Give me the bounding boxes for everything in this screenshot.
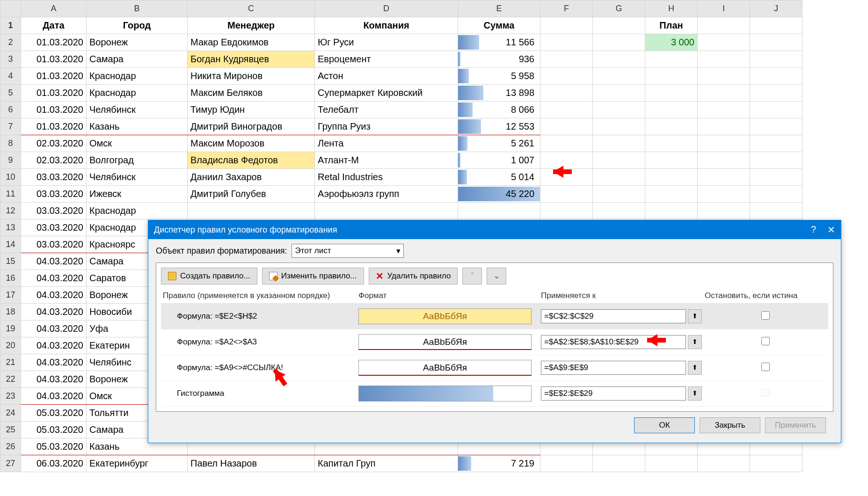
row-hdr-15[interactable]: 15 bbox=[0, 253, 21, 270]
ok-button[interactable]: ОК bbox=[634, 417, 695, 433]
cell-A5[interactable]: 01.03.2020 bbox=[21, 85, 87, 102]
cell-A12[interactable]: 03.03.2020 bbox=[21, 203, 87, 219]
cell-G8[interactable] bbox=[593, 135, 645, 152]
cell-D10[interactable]: Retal Industries bbox=[315, 169, 458, 186]
cell-B1[interactable]: Город bbox=[87, 17, 188, 34]
rule-row-3[interactable]: Гистограмма ⬆ bbox=[161, 381, 828, 407]
row-hdr-4[interactable]: 4 bbox=[0, 68, 21, 85]
range-picker-icon[interactable]: ⬆ bbox=[688, 309, 702, 323]
row-hdr-12[interactable]: 12 bbox=[0, 203, 21, 219]
cell-C1[interactable]: Менеджер bbox=[188, 17, 315, 34]
row-hdr-20[interactable]: 20 bbox=[0, 337, 21, 354]
edit-rule-button[interactable]: Изменить правило... bbox=[262, 268, 364, 284]
cell-F27[interactable] bbox=[540, 455, 593, 472]
cell-D12[interactable] bbox=[315, 203, 458, 219]
cell-H9[interactable] bbox=[645, 152, 698, 169]
col-hdr-G[interactable]: G bbox=[593, 0, 645, 17]
cell-B7[interactable]: Казань bbox=[87, 118, 188, 135]
cell-J27[interactable] bbox=[750, 455, 802, 472]
cell-C27[interactable]: Павел Назаров bbox=[188, 455, 315, 472]
cell-H12[interactable] bbox=[645, 203, 698, 219]
cell-D5[interactable]: Супермаркет Кировский bbox=[315, 85, 458, 102]
row-hdr-22[interactable]: 22 bbox=[0, 371, 21, 388]
cell-B27[interactable]: Екатеринбург bbox=[87, 455, 188, 472]
cell-B11[interactable]: Ижевск bbox=[87, 186, 188, 203]
apply-button[interactable]: Применить bbox=[765, 417, 826, 433]
cell-G7[interactable] bbox=[593, 118, 645, 135]
applies-to-input[interactable] bbox=[541, 309, 686, 323]
cell-H27[interactable] bbox=[645, 455, 698, 472]
scope-select[interactable]: Этот лист ▾ bbox=[292, 244, 404, 258]
cell-I8[interactable] bbox=[698, 135, 750, 152]
dialog-titlebar[interactable]: Диспетчер правил условного форматировани… bbox=[148, 220, 841, 239]
row-hdr-5[interactable]: 5 bbox=[0, 85, 21, 102]
cell-F5[interactable] bbox=[540, 85, 593, 102]
cell-E12[interactable] bbox=[458, 203, 540, 219]
cell-G3[interactable] bbox=[593, 51, 645, 68]
cell-E4[interactable]: 5 958 bbox=[458, 68, 540, 85]
cell-I7[interactable] bbox=[698, 118, 750, 135]
cell-J9[interactable] bbox=[750, 152, 802, 169]
cell-J12[interactable] bbox=[750, 203, 802, 219]
cell-E8[interactable]: 5 261 bbox=[458, 135, 540, 152]
cell-E27[interactable]: 7 219 bbox=[458, 455, 540, 472]
cell-I6[interactable] bbox=[698, 102, 750, 118]
cell-B3[interactable]: Самара bbox=[87, 51, 188, 68]
cell-G27[interactable] bbox=[593, 455, 645, 472]
move-up-button[interactable]: ⌃ bbox=[462, 268, 482, 284]
cell-C3[interactable]: Богдан Кудрявцев bbox=[188, 51, 315, 68]
cell-H5[interactable] bbox=[645, 85, 698, 102]
cell-D4[interactable]: Астон bbox=[315, 68, 458, 85]
cell-D7[interactable]: Группа Руиз bbox=[315, 118, 458, 135]
cell-A24[interactable]: 05.03.2020 bbox=[21, 405, 87, 422]
row-hdr-14[interactable]: 14 bbox=[0, 236, 21, 253]
row-hdr-19[interactable]: 19 bbox=[0, 321, 21, 337]
cell-F1[interactable] bbox=[540, 17, 593, 34]
cell-I4[interactable] bbox=[698, 68, 750, 85]
cell-J10[interactable] bbox=[750, 169, 802, 186]
cell-G2[interactable] bbox=[593, 34, 645, 51]
cell-A23[interactable]: 04.03.2020 bbox=[21, 388, 87, 405]
cell-E6[interactable]: 8 066 bbox=[458, 102, 540, 118]
cell-J11[interactable] bbox=[750, 186, 802, 203]
cell-H1[interactable]: План bbox=[645, 17, 698, 34]
cell-B5[interactable]: Краснодар bbox=[87, 85, 188, 102]
row-hdr-9[interactable]: 9 bbox=[0, 152, 21, 169]
col-hdr-H[interactable]: H bbox=[645, 0, 698, 17]
stop-if-true-checkbox[interactable] bbox=[761, 388, 770, 397]
cell-E2[interactable]: 11 566 bbox=[458, 34, 540, 51]
cell-A17[interactable]: 04.03.2020 bbox=[21, 287, 87, 304]
cell-B10[interactable]: Челябинск bbox=[87, 169, 188, 186]
range-picker-icon[interactable]: ⬆ bbox=[688, 335, 702, 349]
cell-J6[interactable] bbox=[750, 102, 802, 118]
row-hdr-18[interactable]: 18 bbox=[0, 304, 21, 321]
move-down-button[interactable]: ⌄ bbox=[487, 268, 506, 284]
cell-D27[interactable]: Капитал Груп bbox=[315, 455, 458, 472]
col-hdr-D[interactable]: D bbox=[315, 0, 458, 17]
cell-D2[interactable]: Юг Руси bbox=[315, 34, 458, 51]
row-hdr-27[interactable]: 27 bbox=[0, 455, 21, 472]
range-picker-icon[interactable]: ⬆ bbox=[688, 387, 702, 401]
cell-F2[interactable] bbox=[540, 34, 593, 51]
cell-A27[interactable]: 06.03.2020 bbox=[21, 455, 87, 472]
cell-G1[interactable] bbox=[593, 17, 645, 34]
cell-C4[interactable]: Никита Миронов bbox=[188, 68, 315, 85]
cell-C5[interactable]: Максим Беляков bbox=[188, 85, 315, 102]
cell-E9[interactable]: 1 007 bbox=[458, 152, 540, 169]
cell-F7[interactable] bbox=[540, 118, 593, 135]
cell-E5[interactable]: 13 898 bbox=[458, 85, 540, 102]
cell-E1[interactable]: Сумма bbox=[458, 17, 540, 34]
cell-A16[interactable]: 04.03.2020 bbox=[21, 270, 87, 287]
cell-D11[interactable]: Аэрофьюэлз групп bbox=[315, 186, 458, 203]
rule-row-2[interactable]: Формула: =$A9<>#ССЫЛКА! АаВbБбЯя ⬆ bbox=[161, 355, 828, 381]
cell-C2[interactable]: Макар Евдокимов bbox=[188, 34, 315, 51]
row-hdr-11[interactable]: 11 bbox=[0, 186, 21, 203]
cell-I10[interactable] bbox=[698, 169, 750, 186]
cell-G10[interactable] bbox=[593, 169, 645, 186]
col-hdr-E[interactable]: E bbox=[458, 0, 540, 17]
row-hdr-24[interactable]: 24 bbox=[0, 405, 21, 422]
cell-I5[interactable] bbox=[698, 85, 750, 102]
close-button[interactable]: Закрыть bbox=[700, 417, 760, 433]
cell-A8[interactable]: 02.03.2020 bbox=[21, 135, 87, 152]
cell-I1[interactable] bbox=[698, 17, 750, 34]
